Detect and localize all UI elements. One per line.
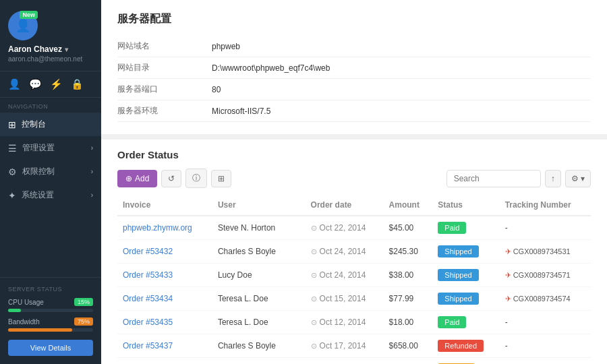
sidebar-icon-bar: 👤 💬 ⚡ 🔒: [0, 71, 101, 98]
status-cell: Refunded: [432, 334, 499, 358]
config-key: 网站目录: [117, 57, 198, 79]
server-config-title: 服务器配置: [117, 12, 591, 26]
cpu-progress-fill: [8, 309, 21, 312]
tracking-empty: -: [505, 341, 508, 351]
table-row: Order #53433 Lucy Doe ⊙Oct 24, 2014 $38.…: [117, 264, 591, 287]
tracking-cell: ✈CGX0089734531: [500, 240, 591, 264]
status-cell: Shipped: [432, 240, 499, 264]
info-button[interactable]: ⓘ: [185, 169, 207, 188]
settings-dropdown-button[interactable]: ⚙ ▾: [565, 170, 591, 187]
table-row: Order #53434 Teresa L. Doe ⊙Oct 15, 2014…: [117, 287, 591, 311]
sidebar: 👤 New Aaron Chavez ▾ aaron.cha@themeon.n…: [0, 0, 101, 364]
clock-icon: ⊙: [311, 247, 317, 256]
search-area: ↑ ⚙ ▾: [446, 170, 591, 187]
message-icon[interactable]: 💬: [29, 78, 42, 90]
bandwidth-progress-bg: [8, 328, 93, 332]
config-val: phpweb: [198, 36, 591, 57]
sidebar-item-admin[interactable]: ☰ 管理设置 ›: [0, 136, 101, 160]
config-row: 网站目录D:\wwwroot\phpweb_eqf7c4\web: [117, 57, 591, 79]
date-cell: ⊙Oct 17, 2014: [306, 334, 384, 358]
config-table: 网站域名phpweb网站目录D:\wwwroot\phpweb_eqf7c4\w…: [117, 36, 591, 122]
tracking-icon: ✈: [505, 247, 511, 255]
user-cell: Scott S. Calabrese: [212, 358, 306, 365]
sidebar-item-system[interactable]: ✦ 系统设置 ›: [0, 183, 101, 207]
export-button[interactable]: ⊞: [211, 170, 231, 187]
clock-icon: ⊙: [311, 342, 317, 351]
admin-icon: ☰: [8, 143, 17, 154]
invoice-cell: Order #53433: [117, 264, 212, 287]
cpu-progress-bg: [8, 309, 93, 312]
config-val: Microsoft-IIS/7.5: [198, 100, 591, 122]
invoice-link[interactable]: phpweb.zhymw.org: [123, 223, 192, 233]
upload-button[interactable]: ↑: [545, 170, 561, 187]
order-table: InvoiceUserOrder dateAmountStatusTrackin…: [117, 196, 591, 364]
clock-icon: ⊙: [311, 318, 317, 327]
status-badge: Shipped: [438, 269, 478, 281]
column-header: Status: [432, 196, 499, 216]
invoice-link[interactable]: Order #53437: [123, 341, 173, 351]
sidebar-item-dashboard[interactable]: ⊞ 控制台: [0, 113, 101, 136]
column-header: Invoice: [117, 196, 212, 216]
invoice-link[interactable]: Order #53434: [123, 294, 173, 303]
config-row: 网站域名phpweb: [117, 36, 591, 57]
date-cell: ⊙Oct 24, 2014: [306, 264, 384, 287]
user-cell: Teresa L. Doe: [212, 311, 306, 334]
invoice-link[interactable]: Order #53433: [123, 270, 173, 280]
invoice-cell: Order #536584: [117, 358, 212, 365]
amount-cell: $77.99: [384, 287, 433, 311]
sidebar-item-access[interactable]: ⚙ 权限控制 ›: [0, 160, 101, 183]
chevron-right-icon: ›: [91, 144, 93, 152]
amount-cell: $38.00: [384, 264, 433, 287]
clock-icon: ⊙: [311, 295, 317, 303]
config-key: 服务器环境: [117, 100, 198, 122]
tracking-cell: ✈CGX0089734574: [500, 287, 591, 311]
invoice-link[interactable]: Order #53432: [123, 247, 173, 256]
status-badge: Paid: [438, 316, 466, 328]
server-config-section: 服务器配置 网站域名phpweb网站目录D:\wwwroot\phpweb_eq…: [101, 0, 607, 134]
user-profile: 👤 New Aaron Chavez ▾ aaron.cha@themeon.n…: [0, 0, 101, 71]
gear-icon: ⚙: [8, 166, 17, 177]
column-header: Order date: [306, 196, 384, 216]
user-email: aaron.cha@themeon.net: [8, 55, 93, 63]
lock-icon[interactable]: 🔒: [71, 78, 84, 90]
refresh-button[interactable]: ↺: [161, 170, 181, 187]
bandwidth-progress-fill: [8, 328, 72, 332]
main-content: 服务器配置 网站域名phpweb网站目录D:\wwwroot\phpweb_eq…: [101, 0, 607, 364]
search-input[interactable]: [446, 170, 541, 187]
amount-cell: $658.00: [384, 334, 433, 358]
home-icon: ⊞: [8, 119, 16, 130]
invoice-cell: phpweb.zhymw.org: [117, 216, 212, 240]
nav-label: Navigation: [0, 98, 101, 113]
table-row: Order #536584 Scott S. Calabrese ⊙Oct 19…: [117, 358, 591, 365]
cpu-stat-row: CPU Usage 15%: [8, 298, 93, 306]
config-val: D:\wwwroot\phpweb_eqf7c4\web: [198, 57, 591, 79]
order-status-section: Order Status ⊕ Add ↺ ⓘ ⊞ ↑ ⚙ ▾ InvoiceUs…: [101, 140, 607, 364]
status-badge: Paid: [438, 222, 466, 234]
amount-cell: $245.30: [384, 240, 433, 264]
user-cell: Steve N. Horton: [212, 216, 306, 240]
order-status-title: Order Status: [117, 149, 591, 160]
tracking-empty: -: [505, 317, 508, 327]
date-cell: ⊙Oct 24, 2014: [306, 240, 384, 264]
invoice-link[interactable]: Order #53435: [123, 317, 173, 327]
bandwidth-stat-row: Bandwidth 75%: [8, 317, 93, 326]
user-cell: Teresa L. Doe: [212, 287, 306, 311]
server-status-label: Server Status: [8, 286, 93, 293]
user-icon[interactable]: 👤: [8, 78, 21, 90]
config-val: 80: [198, 79, 591, 100]
plus-icon: ⊕: [125, 174, 132, 183]
chevron-right-icon-3: ›: [91, 191, 93, 199]
invoice-cell: Order #53432: [117, 240, 212, 264]
lightning-icon[interactable]: ⚡: [50, 78, 63, 90]
column-header: User: [212, 196, 306, 216]
add-button[interactable]: ⊕ Add: [117, 170, 157, 187]
tracking-cell: -: [500, 358, 591, 365]
clock-icon: ⊙: [311, 271, 317, 280]
status-badge: Refunded: [438, 340, 484, 352]
cpu-label: CPU Usage: [8, 299, 44, 306]
view-details-button[interactable]: View Details: [8, 340, 93, 356]
bandwidth-value: 75%: [74, 317, 93, 326]
user-cell: Charles S Boyle: [212, 334, 306, 358]
invoice-cell: Order #53437: [117, 334, 212, 358]
amount-cell: $45.00: [384, 216, 433, 240]
